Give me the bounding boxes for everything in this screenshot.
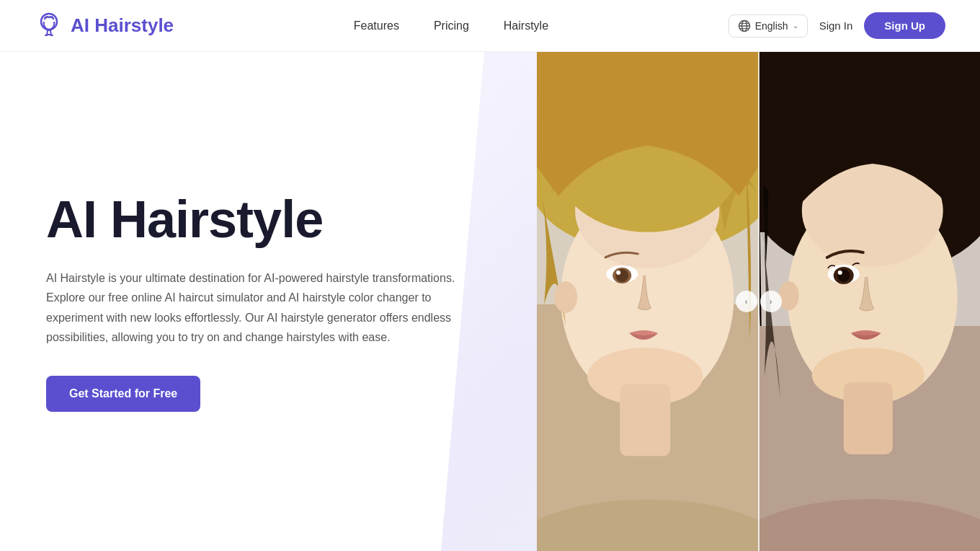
language-selector[interactable]: English ⌄ (729, 14, 808, 38)
logo-area: AI Hairstyle (35, 12, 174, 40)
signin-button[interactable]: Sign In (819, 19, 853, 32)
svg-point-20 (616, 270, 620, 275)
logo-text: AI Hairstyle (71, 14, 174, 37)
signup-button[interactable]: Sign Up (864, 12, 945, 39)
nav-hairstyle[interactable]: Hairstyle (504, 19, 548, 32)
hero-description: AI Hairstyle is your ultimate destinatio… (46, 268, 464, 347)
language-label: English (755, 20, 788, 32)
navbar-actions: English ⌄ Sign In Sign Up (729, 12, 945, 39)
nav-features[interactable]: Features (354, 19, 399, 32)
before-face-illustration (537, 52, 759, 551)
svg-rect-22 (620, 384, 670, 456)
after-image (759, 52, 981, 551)
svg-point-34 (837, 270, 842, 275)
hero-title: AI Hairstyle (46, 191, 490, 248)
before-after-container: ‹ › (537, 52, 980, 551)
hero-content: AI Hairstyle AI Hairstyle is your ultima… (0, 52, 490, 551)
logo-icon (35, 12, 63, 40)
chevron-down-icon: ⌄ (793, 22, 798, 30)
cta-button[interactable]: Get Started for Free (46, 376, 200, 412)
slider-controls: ‹ › (736, 291, 782, 312)
nav-pricing[interactable]: Pricing (434, 19, 469, 32)
hero-image-area: ‹ › (490, 52, 980, 551)
svg-point-16 (554, 281, 577, 313)
navbar: AI Hairstyle Features Pricing Hairstyle … (0, 0, 980, 52)
prev-arrow-button[interactable]: ‹ (736, 291, 757, 312)
before-image (537, 52, 759, 551)
svg-rect-36 (843, 382, 892, 454)
hero-section: AI Hairstyle AI Hairstyle is your ultima… (0, 52, 980, 551)
next-arrow-button[interactable]: › (760, 291, 782, 312)
globe-icon (738, 19, 751, 32)
nav-links: Features Pricing Hairstyle (354, 19, 548, 32)
after-face-illustration (759, 52, 981, 551)
